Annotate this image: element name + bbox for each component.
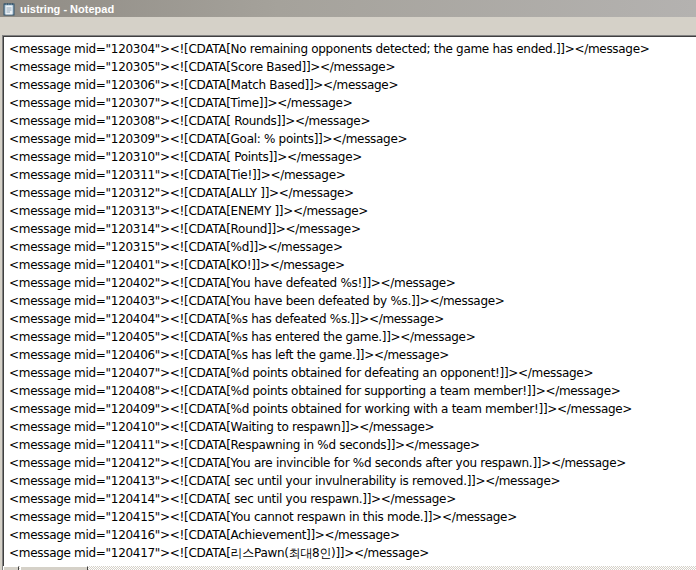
code-line: <message mid="120402"><![CDATA[You have … [9,274,696,292]
code-line: <message mid="120411"><![CDATA[Respawnin… [9,436,696,454]
code-line: <message mid="120414"><![CDATA[ sec unti… [9,490,696,508]
code-line: <message mid="120403"><![CDATA[You have … [9,292,696,310]
window-title: uistring - Notepad [20,3,114,15]
text-editor-area[interactable]: <message mid="120304"><![CDATA[No remain… [2,35,696,570]
code-line: <message mid="120306"><![CDATA[Match Bas… [9,76,696,94]
code-line: <message mid="120417"><![CDATA[리스Pawn(최대… [9,544,696,562]
horizontal-scrollbar[interactable]: ◄ [3,566,696,570]
scroll-left-button[interactable]: ◄ [3,566,19,570]
code-line: <message mid="120409"><![CDATA[%d points… [9,400,696,418]
code-line: <message mid="120315"><![CDATA[%d]]></me… [9,238,696,256]
code-line: <message mid="120413"><![CDATA[ sec unti… [9,472,696,490]
code-line: <message mid="120410"><![CDATA[Waiting t… [9,418,696,436]
code-line: <message mid="120308"><![CDATA[ Rounds]]… [9,112,696,130]
code-line: <message mid="120416"><![CDATA[Achieveme… [9,526,696,544]
code-line: <message mid="120310"><![CDATA[ Points]]… [9,148,696,166]
code-line: <message mid="120405"><![CDATA[%s has en… [9,328,696,346]
code-line: <message mid="120312"><![CDATA[ALLY ]]><… [9,184,696,202]
code-line: <message mid="120404"><![CDATA[%s has de… [9,310,696,328]
notepad-window: uistring - Notepad <message mid="120304"… [0,0,696,570]
code-line: <message mid="120304"><![CDATA[No remain… [9,40,696,58]
scrollbar-thumb[interactable] [20,566,88,570]
notepad-icon [2,2,16,16]
code-line: <message mid="120406"><![CDATA[%s has le… [9,346,696,364]
code-line: <message mid="120305"><![CDATA[Score Bas… [9,58,696,76]
code-line: <message mid="120407"><![CDATA[%d points… [9,364,696,382]
code-line: <message mid="120311"><![CDATA[Tie!]]></… [9,166,696,184]
title-bar[interactable]: uistring - Notepad [0,0,696,17]
code-line: <message mid="120408"><![CDATA[%d points… [9,382,696,400]
code-line: <message mid="120415"><![CDATA[You canno… [9,508,696,526]
code-line: <message mid="120412"><![CDATA[You are i… [9,454,696,472]
editor-lines: <message mid="120304"><![CDATA[No remain… [3,36,696,570]
code-line: <message mid="120401"><![CDATA[KO!]]></m… [9,256,696,274]
code-line: <message mid="120314"><![CDATA[Round]]><… [9,220,696,238]
code-line: <message mid="120309"><![CDATA[Goal: % p… [9,130,696,148]
code-line: <message mid="120313"><![CDATA[ENEMY ]]>… [9,202,696,220]
code-line: <message mid="120307"><![CDATA[Time]]></… [9,94,696,112]
